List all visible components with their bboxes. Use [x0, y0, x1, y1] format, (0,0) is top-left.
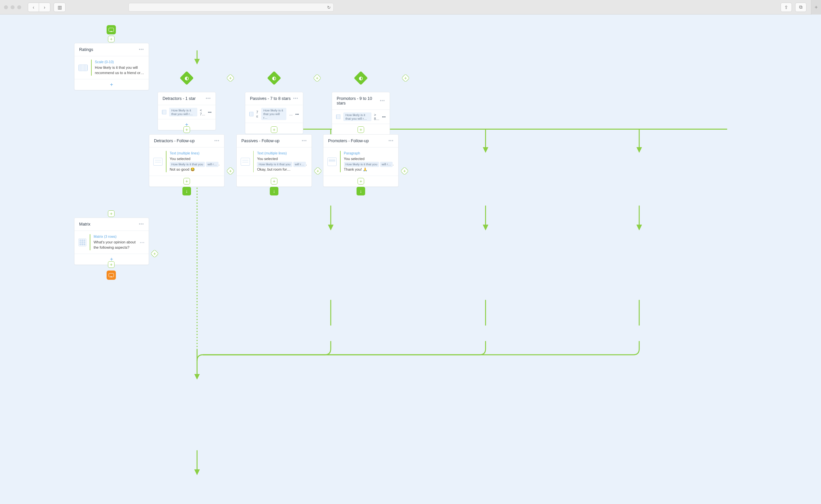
question-ref-cont: will r… — [206, 162, 219, 167]
question-ref: How likely is it that you — [257, 162, 292, 167]
question-ref-cont: will r… — [293, 162, 306, 167]
scale-icon — [162, 110, 166, 114]
add-after-start[interactable]: + — [108, 36, 114, 42]
window-traffic-lights — [4, 5, 21, 9]
add-after-detractors-follow[interactable]: + — [183, 178, 190, 185]
block-type-label: Text (multiple lines) — [170, 151, 220, 156]
back-button[interactable]: ‹ — [28, 3, 39, 12]
card-title: Detractors - Follow-up — [154, 139, 194, 143]
question-ref: How likely is it that you — [170, 162, 205, 167]
condition-question-ref: How likely is it that you will r… — [169, 108, 197, 116]
matrix-icon — [78, 238, 86, 246]
condition-icon: ◐ — [272, 75, 276, 81]
more-icon[interactable]: ••• — [293, 96, 298, 101]
more-icon[interactable]: ••• — [139, 222, 144, 227]
block-type-label: Paragraph — [344, 151, 394, 156]
add-branch-after-matrix[interactable]: + — [150, 249, 158, 258]
condition-icon: ◐ — [185, 75, 189, 81]
card-title: Ratings — [79, 47, 93, 52]
card-detractors-cond[interactable]: Detractors - 1 star ••• How likely is it… — [157, 92, 216, 130]
chevron-left-icon: ‹ — [33, 5, 34, 10]
condition-question-ref: How likely is it that you will r… — [261, 108, 286, 120]
tabs-button[interactable]: ⧉ — [795, 3, 806, 12]
textarea-icon — [241, 158, 250, 166]
add-branch-1[interactable]: + — [226, 74, 235, 82]
forward-button[interactable]: › — [39, 3, 50, 12]
traffic-zoom[interactable] — [17, 5, 21, 9]
traffic-close[interactable] — [4, 5, 8, 9]
more-icon[interactable]: ••• — [380, 99, 385, 103]
condition-operator: > 8… — [374, 113, 379, 121]
merge-detractors[interactable]: ↓ — [182, 187, 191, 195]
block-text: How likely is it that you will recommend… — [95, 65, 144, 75]
more-icon[interactable]: ••• — [295, 112, 299, 116]
more-icon[interactable]: ••• — [139, 47, 144, 52]
block-text: What's your opinion about the following … — [94, 240, 136, 249]
block-type-label: Matrix (3 rows) — [94, 234, 137, 239]
question-ref-cont: will r… — [380, 162, 393, 167]
more-icon[interactable]: ••• — [214, 139, 220, 143]
block-prefix: You selected — [257, 157, 278, 161]
block-prefix: You selected — [170, 157, 191, 161]
add-after-matrix[interactable]: + — [108, 261, 114, 268]
block-paragraph[interactable]: Paragraph You selected How likely is it … — [324, 147, 398, 176]
add-block-button[interactable]: + — [74, 79, 149, 90]
more-icon[interactable]: ••• — [208, 110, 212, 114]
flow-canvas[interactable]: + Ratings ••• Scale (0-10) How likely is… — [0, 15, 821, 504]
sidebar-icon: ▥ — [58, 5, 62, 10]
more-icon[interactable]: ••• — [302, 139, 307, 143]
add-after-passives-cond[interactable]: + — [271, 126, 278, 133]
question-ref: How likely is it that you — [344, 162, 379, 167]
add-branch-after-promoters-follow[interactable]: + — [400, 167, 409, 175]
card-ratings[interactable]: Ratings ••• Scale (0-10) How likely is i… — [74, 43, 149, 90]
card-title: Promotors - 9 to 10 stars — [337, 96, 380, 105]
block-matrix[interactable]: Matrix (3 rows) What's your opinion abou… — [74, 231, 149, 254]
textarea-icon — [153, 158, 162, 166]
new-tab-button[interactable]: + — [811, 0, 821, 15]
condition-node-passives[interactable]: ◐ — [269, 73, 279, 83]
add-after-promoters-follow[interactable]: + — [358, 178, 364, 185]
share-button[interactable]: ⇪ — [781, 3, 792, 12]
chevron-right-icon: › — [44, 5, 45, 10]
block-scale[interactable]: Scale (0-10) How likely is it that you w… — [74, 56, 149, 79]
condition-icon: ◐ — [359, 75, 363, 81]
add-branch-3[interactable]: + — [401, 74, 410, 82]
card-title: Passives - 7 to 8 stars — [250, 96, 291, 101]
add-branch-2[interactable]: + — [313, 74, 321, 82]
add-before-matrix[interactable]: + — [108, 210, 114, 217]
traffic-minimize[interactable] — [11, 5, 15, 9]
more-icon[interactable]: ••• — [206, 96, 211, 101]
scale-icon — [78, 64, 88, 71]
add-branch-after-detractors-follow[interactable]: + — [226, 167, 235, 175]
block-prefix: You selected — [344, 157, 365, 161]
more-icon[interactable]: ••• — [382, 115, 386, 119]
scale-icon — [249, 112, 254, 116]
condition-row[interactable]: How likely is it that you will r… < 7… •… — [158, 105, 216, 119]
reload-icon[interactable]: ↻ — [327, 5, 331, 10]
add-branch-after-passives-follow[interactable]: + — [314, 167, 322, 175]
condition-operator-right: … — [289, 112, 293, 116]
start-node[interactable] — [107, 25, 116, 34]
plus-icon: + — [815, 4, 818, 10]
tabs-icon: ⧉ — [799, 4, 802, 10]
card-matrix[interactable]: Matrix ••• Matrix (3 rows) What's your o… — [74, 218, 149, 265]
sidebar-toggle-button[interactable]: ▥ — [54, 3, 65, 12]
condition-node-detractors[interactable]: ◐ — [182, 73, 192, 83]
block-text-multiline[interactable]: Text (multiple lines) You selected How l… — [237, 147, 312, 176]
condition-row[interactable]: 7 ≤ How likely is it that you will r… … … — [245, 105, 303, 123]
condition-row[interactable]: How likely is it that you will r… > 8… •… — [332, 110, 390, 124]
condition-node-promotors[interactable]: ◐ — [356, 73, 366, 83]
merge-passives[interactable]: ↓ — [270, 187, 279, 195]
add-after-detractors-cond[interactable]: + — [183, 126, 190, 133]
merge-promoters[interactable]: ↓ — [357, 187, 365, 195]
address-bar[interactable]: ↻ — [128, 3, 334, 12]
block-text-multiline[interactable]: Text (multiple lines) You selected How l… — [149, 147, 224, 176]
more-icon[interactable]: ••• — [388, 139, 394, 143]
end-node[interactable] — [107, 271, 116, 280]
card-title: Matrix — [79, 222, 90, 227]
add-after-passives-follow[interactable]: + — [271, 178, 278, 185]
add-after-promotors-cond[interactable]: + — [358, 126, 364, 133]
more-icon[interactable]: ••• — [140, 240, 145, 244]
scale-icon — [336, 114, 341, 119]
share-icon: ⇪ — [784, 5, 788, 10]
